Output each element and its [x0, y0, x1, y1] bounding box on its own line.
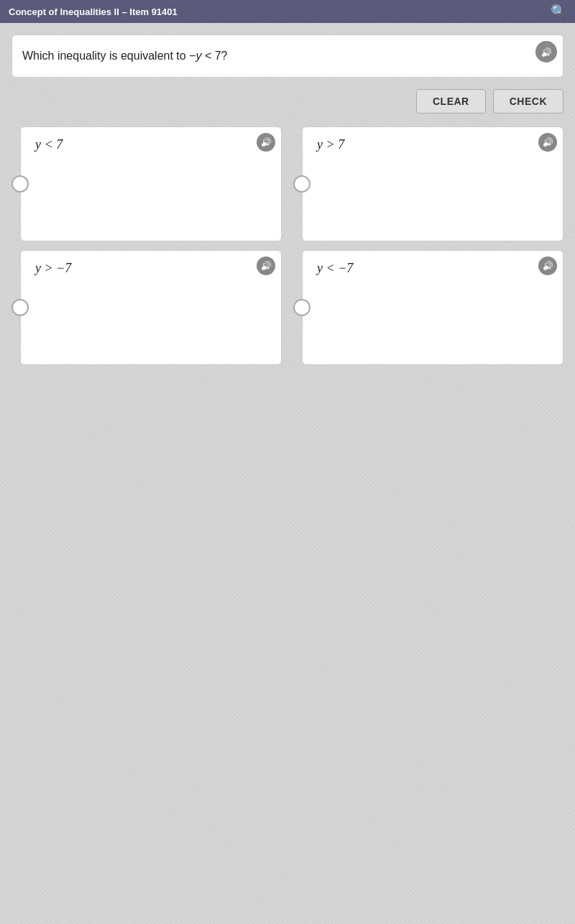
question-box: Which inequality is equivalent to −y < 7…: [12, 34, 564, 78]
option-d-card[interactable]: y < −7: [302, 250, 564, 365]
option-c-wrapper: y > −7: [12, 250, 282, 365]
option-c-radio[interactable]: [12, 299, 29, 316]
empty-area: [12, 365, 564, 796]
option-b-wrapper: y > 7: [293, 126, 564, 241]
option-b-audio-button[interactable]: [538, 133, 557, 152]
header-bar: Concept of Inequalities II – Item 91401 …: [0, 0, 575, 23]
option-c-text: y > −7: [35, 261, 71, 275]
option-a-card[interactable]: y < 7: [20, 126, 282, 241]
option-b-speaker-icon: [543, 137, 553, 147]
option-a-radio[interactable]: [12, 175, 29, 193]
option-a-text: y < 7: [35, 137, 63, 152]
option-a-speaker-icon: [261, 137, 272, 147]
options-grid: y < 7 y > 7: [12, 126, 564, 365]
option-d-text: y < −7: [317, 261, 353, 275]
main-content: Which inequality is equivalent to −y < 7…: [0, 23, 575, 808]
option-b-card[interactable]: y > 7: [302, 126, 564, 241]
option-b-text: y > 7: [317, 137, 344, 152]
option-d-radio[interactable]: [293, 299, 310, 316]
option-d-audio-button[interactable]: [538, 257, 557, 275]
question-text: Which inequality is equivalent to −y < 7…: [22, 50, 228, 63]
option-c-card[interactable]: y > −7: [20, 250, 282, 365]
option-c-speaker-icon: [261, 261, 272, 271]
option-d-wrapper: y < −7: [293, 250, 564, 365]
question-audio-button[interactable]: [535, 41, 557, 63]
controls-row: CLEAR CHECK: [12, 89, 564, 114]
option-d-speaker-icon: [543, 261, 553, 271]
search-button[interactable]: 🔍: [551, 4, 566, 19]
speaker-icon: [541, 47, 552, 57]
clear-button[interactable]: CLEAR: [416, 89, 486, 114]
page-title: Concept of Inequalities II – Item 91401: [9, 6, 178, 17]
option-a-audio-button[interactable]: [257, 133, 275, 152]
option-a-wrapper: y < 7: [12, 126, 282, 241]
option-b-radio[interactable]: [293, 175, 310, 193]
option-c-audio-button[interactable]: [257, 257, 275, 275]
check-button[interactable]: CHECK: [493, 89, 564, 114]
